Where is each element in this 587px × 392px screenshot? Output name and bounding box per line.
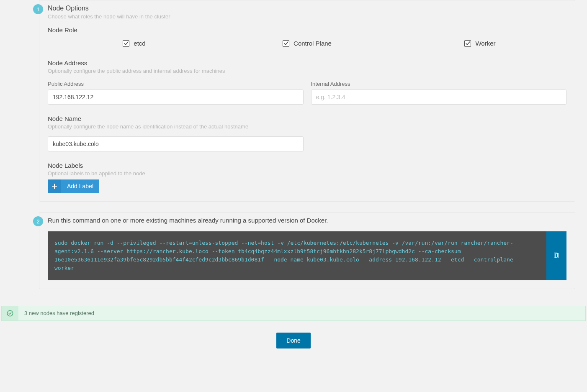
status-icon-box [2,306,18,320]
done-row: Done [0,333,587,348]
command-row: sudo docker run -d --privileged --restar… [48,231,566,280]
step-2-instruction: Run this command on one or more existing… [48,217,566,224]
role-control-plane-label: Control Plane [294,40,332,47]
role-worker-label: Worker [475,40,495,47]
node-role-row: etcd Control Plane Worker [48,40,566,47]
node-options-desc: Choose what roles the node will have in … [48,13,566,20]
copy-button[interactable] [546,231,566,280]
command-code: sudo docker run -d --privileged --restar… [48,231,546,280]
node-options-box: Node Options Choose what roles the node … [39,0,575,202]
plus-icon [48,179,61,193]
role-control-plane: Control Plane [221,40,394,47]
status-text: 3 new nodes have registered [18,306,100,320]
check-icon [283,41,289,46]
checkbox-etcd[interactable] [123,40,129,47]
checkbox-control-plane[interactable] [283,40,289,47]
check-icon [124,41,129,46]
role-worker: Worker [394,40,566,47]
node-labels-desc: Optional labels to be applied to the nod… [48,170,566,177]
status-bar: 3 new nodes have registered [1,306,586,321]
node-options-title: Node Options [48,5,566,12]
step-1-panel: 1 Node Options Choose what roles the nod… [1,0,586,202]
internal-address-field: Internal Address [311,81,567,105]
add-label-button[interactable]: Add Label [48,179,99,193]
node-name-desc: Optionally configure the node name as id… [48,123,566,130]
step-2-badge: 2 [33,216,43,226]
done-button[interactable]: Done [276,333,310,348]
node-address-desc: Optionally configure the public address … [48,68,566,74]
internal-address-input[interactable] [311,90,567,105]
node-name-field [48,136,304,151]
address-row: Public Address Internal Address [48,81,566,105]
success-icon [6,310,14,317]
command-box: Run this command on one or more existing… [39,212,575,289]
add-label-text: Add Label [61,183,99,190]
node-name-title: Node Name [48,115,566,122]
step-2-panel: 2 Run this command on one or more existi… [1,212,586,289]
node-role-title: Node Role [48,26,566,33]
checkbox-worker[interactable] [464,40,471,47]
node-name-input[interactable] [48,136,304,151]
public-address-input[interactable] [48,90,304,105]
check-icon [465,41,471,46]
node-address-title: Node Address [48,59,566,67]
public-address-label: Public Address [48,81,304,87]
svg-point-2 [7,310,13,316]
step-1-badge: 1 [33,4,43,14]
role-etcd-label: etcd [134,40,145,47]
public-address-field: Public Address [48,81,304,105]
role-etcd: etcd [48,40,221,47]
clipboard-icon [553,252,560,259]
internal-address-label: Internal Address [311,81,567,87]
node-labels-title: Node Labels [48,162,566,169]
